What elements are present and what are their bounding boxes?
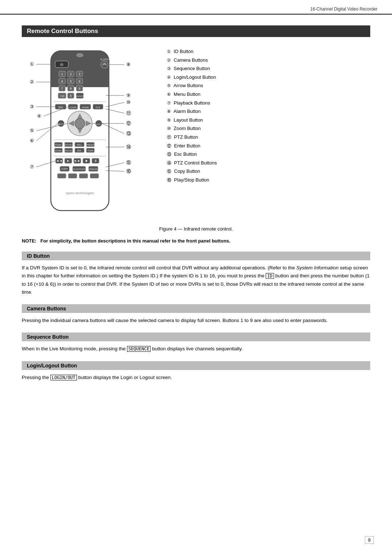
legend-label: Alarm Button <box>172 107 201 115</box>
svg-text:IRIS-: IRIS- <box>77 150 82 152</box>
page-number: 9 <box>365 536 374 544</box>
legend-item: ⑮ Copy Button <box>167 167 217 176</box>
legend-label: Arrow Buttons <box>172 81 203 90</box>
svg-text:8: 8 <box>70 87 72 90</box>
legend-item: ⑦ Playback Buttons <box>167 99 217 107</box>
legend-label: Login/Logout Button <box>172 73 216 81</box>
remote-diagram: ID ALARM 1 2 3 4 <box>22 44 152 223</box>
svg-text:►►: ►► <box>74 159 81 163</box>
remote-svg: ID ALARM 1 2 3 4 <box>22 44 145 221</box>
svg-rect-85 <box>57 174 66 178</box>
svg-point-7 <box>101 61 108 68</box>
svg-text:FREEZE: FREEZE <box>89 168 98 170</box>
svg-text:PRESET: PRESET <box>86 144 95 146</box>
svg-text:PTZ: PTZ <box>96 106 100 109</box>
legend-label: Zoom Button <box>172 124 201 133</box>
legend-num: ⑭ <box>167 159 171 167</box>
svg-text:⑩: ⑩ <box>126 99 131 105</box>
legend-num: ② <box>167 57 171 65</box>
note-text: NOTE: For simplicity, the button descrip… <box>22 238 370 244</box>
remote-section-heading: Remote Control Buttons <box>22 25 370 37</box>
legend-label: Sequence Button <box>172 64 210 73</box>
svg-rect-87 <box>79 174 88 178</box>
legend-item: ⑥ Menu Button <box>167 90 217 99</box>
svg-text:3: 3 <box>78 72 80 76</box>
svg-text:ZOOM+: ZOOM+ <box>55 144 62 146</box>
svg-text:4: 4 <box>61 80 63 83</box>
subsection-body-2: When in the Live Monitoring mode, pressi… <box>22 345 370 353</box>
svg-text:LAYOUT: LAYOUT <box>75 95 84 97</box>
svg-text:►: ► <box>67 159 70 163</box>
svg-text:⑬: ⑬ <box>126 131 131 136</box>
svg-text:⑤: ⑤ <box>30 128 34 133</box>
legend-item: ⑯ Play/Stop Button <box>167 176 217 184</box>
svg-text:⑪: ⑪ <box>126 110 131 116</box>
svg-point-3 <box>76 53 83 57</box>
legend-label: Copy Button <box>173 167 200 175</box>
svg-text:②: ② <box>30 79 34 85</box>
legend-num: ⑫ <box>167 142 171 150</box>
svg-rect-86 <box>68 174 77 178</box>
svg-text:⑭: ⑭ <box>126 144 131 150</box>
svg-text:⑧: ⑧ <box>126 62 131 67</box>
legend-label: Enter Button <box>173 142 200 150</box>
svg-text:①: ① <box>30 61 34 67</box>
svg-text:2: 2 <box>70 72 72 76</box>
svg-text:COPY: COPY <box>61 168 68 170</box>
svg-text:⑥: ⑥ <box>30 138 34 143</box>
svg-text:③: ③ <box>30 104 34 109</box>
legend-label: Menu Button <box>172 90 200 98</box>
svg-text:+10: +10 <box>60 94 65 98</box>
subsection-body-1: Pressing the individual camera buttons w… <box>22 317 370 325</box>
svg-rect-88 <box>90 174 99 178</box>
svg-text:IRIS+: IRIS+ <box>77 144 82 146</box>
legend-num: ⑤ <box>167 82 171 90</box>
legend-item: ⑧ Alarm Button <box>167 107 217 116</box>
legend-num: ⑯ <box>167 176 171 184</box>
legend-num: ⑮ <box>167 168 171 176</box>
legend-item: ⑨ Layout Button <box>167 116 217 125</box>
svg-text:■: ■ <box>85 159 87 163</box>
svg-text:◄◄: ◄◄ <box>56 159 62 163</box>
svg-text:6: 6 <box>78 80 80 83</box>
header-title: 16-Channel Digital Video Recorder <box>310 7 377 12</box>
svg-text:⑯: ⑯ <box>126 168 131 174</box>
svg-text:ID: ID <box>60 63 64 66</box>
legend-label: Esc Button <box>173 150 197 158</box>
svg-text:ALARM: ALARM <box>100 58 109 61</box>
subsection-body-0: If a DVR System ID is set to 0, the infr… <box>22 264 370 296</box>
svg-text:speco technologies: speco technologies <box>66 191 94 195</box>
legend-list: ① ID Button② Camera Buttons③ Sequence Bu… <box>167 44 217 184</box>
legend-item: ⑪ PTZ Button <box>167 133 217 142</box>
legend-label: Camera Buttons <box>172 56 208 64</box>
svg-text:④: ④ <box>37 113 41 119</box>
legend-item: ⑩ Zoom Button <box>167 124 217 133</box>
svg-text:5: 5 <box>70 80 72 83</box>
page-header: 16-Channel Digital Video Recorder <box>0 0 392 15</box>
svg-text:PLAY/STOP: PLAY/STOP <box>73 168 85 170</box>
svg-text:TOUR: TOUR <box>87 150 93 152</box>
legend-label: Play/Stop Button <box>173 176 209 184</box>
legend-num: ⑦ <box>167 99 171 107</box>
svg-text:ZOOM-: ZOOM- <box>55 150 62 152</box>
svg-text:FOCUS-: FOCUS- <box>65 150 72 152</box>
svg-text:FOCUS+: FOCUS+ <box>65 144 73 146</box>
svg-text:SEQ: SEQ <box>58 106 63 109</box>
legend-item: ④ Login/Logout Button <box>167 73 217 82</box>
legend-item: ⑤ Arrow Buttons <box>167 81 217 90</box>
remote-area: ID ALARM 1 2 3 4 <box>22 44 370 223</box>
figure-caption: Figure 4 — Infrared remote control. <box>22 226 370 232</box>
legend-item: ① ID Button <box>167 47 217 56</box>
svg-text:⑦: ⑦ <box>30 164 34 170</box>
legend-item: ② Camera Buttons <box>167 56 217 65</box>
svg-text:LOGIN: LOGIN <box>70 106 77 109</box>
subsection-heading-1: Camera Buttons <box>22 304 370 313</box>
svg-text:ZOOM: ZOOM <box>82 106 89 109</box>
svg-text:7: 7 <box>61 87 63 90</box>
legend-num: ④ <box>167 74 171 82</box>
legend-num: ⑬ <box>167 151 171 159</box>
subsection-heading-3: Login/Logout Button <box>22 361 370 370</box>
legend-num: ⑨ <box>167 117 171 125</box>
legend-item: ⑬ Esc Button <box>167 150 217 159</box>
legend-label: Layout Button <box>172 116 203 124</box>
